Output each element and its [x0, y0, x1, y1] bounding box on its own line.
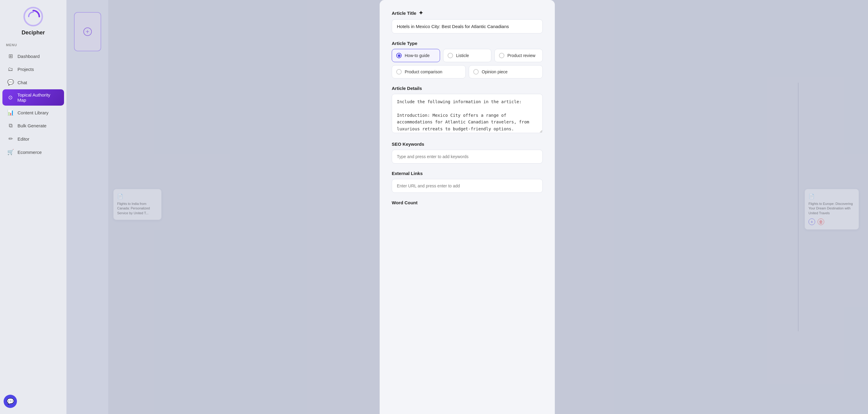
- sidebar-item-editor[interactable]: ✏ Editor: [2, 133, 64, 145]
- radio-dot-how-to: [398, 54, 401, 57]
- sidebar-item-projects[interactable]: 🗂 Projects: [2, 63, 64, 75]
- article-type-opinion-piece[interactable]: Opinion piece: [469, 65, 543, 78]
- editor-icon: ✏: [7, 136, 14, 142]
- radio-circle-product-review: [499, 53, 504, 58]
- sidebar-item-label: Bulk Generate: [18, 123, 46, 128]
- sidebar-item-topical-authority-map[interactable]: ⊙ Topical Authority Map: [2, 89, 64, 106]
- dashboard-icon: ⊞: [7, 53, 14, 60]
- sidebar-item-label: Topical Authority Map: [17, 92, 59, 103]
- article-details-textarea[interactable]: Include the following information in the…: [392, 94, 543, 133]
- sidebar-item-label: Dashboard: [18, 54, 39, 59]
- sidebar-item-chat[interactable]: 💬 Chat: [2, 76, 64, 89]
- sidebar-item-content-library[interactable]: 📊 Content Library: [2, 106, 64, 119]
- sidebar-item-bulk-generate[interactable]: ⧉ Bulk Generate: [2, 119, 64, 132]
- sidebar-item-label: Ecommerce: [18, 150, 42, 155]
- topical-authority-icon: ⊙: [7, 94, 13, 101]
- radio-circle-how-to: [396, 53, 402, 58]
- projects-icon: 🗂: [7, 66, 14, 72]
- sidebar-item-dashboard[interactable]: ⊞ Dashboard: [2, 50, 64, 63]
- chat-bubble-icon: 💬: [7, 398, 14, 405]
- radio-circle-opinion-piece: [473, 69, 479, 74]
- article-type-product-comparison[interactable]: Product comparison: [392, 65, 466, 78]
- article-type-product-comparison-label: Product comparison: [405, 69, 442, 74]
- seo-keywords-input[interactable]: [392, 150, 543, 164]
- menu-label: MENU: [0, 43, 17, 47]
- main-content: + 📄 Flights to India from Canada: Person…: [66, 0, 868, 414]
- article-type-grid-row2: Product comparison Opinion piece: [392, 65, 543, 78]
- article-type-label: Article Type: [392, 41, 543, 46]
- app-logo: [23, 6, 44, 27]
- seo-keywords-label: SEO Keywords: [392, 141, 543, 147]
- sparkle-icon: ✦: [418, 10, 423, 16]
- radio-circle-listicle: [447, 53, 453, 58]
- chat-icon: 💬: [7, 79, 14, 86]
- article-type-listicle-label: Listicle: [456, 53, 469, 58]
- article-type-product-review[interactable]: Product review: [494, 49, 543, 62]
- app-name: Decipher: [22, 30, 45, 36]
- external-links-input[interactable]: [392, 179, 543, 193]
- article-type-how-to-guide[interactable]: How-to guide: [392, 49, 440, 62]
- content-library-icon: 📊: [7, 109, 14, 116]
- radio-circle-product-comparison: [396, 69, 402, 74]
- article-title-input[interactable]: [392, 19, 543, 34]
- sidebar-item-label: Chat: [18, 80, 27, 85]
- ecommerce-icon: 🛒: [7, 149, 14, 156]
- external-links-label: External Links: [392, 171, 543, 176]
- article-title-label: Article Title ✦: [392, 10, 543, 16]
- article-type-how-to-label: How-to guide: [405, 53, 430, 58]
- article-details-label: Article Details: [392, 86, 543, 91]
- sidebar-item-ecommerce[interactable]: 🛒 Ecommerce: [2, 146, 64, 159]
- article-type-listicle[interactable]: Listicle: [443, 49, 491, 62]
- sidebar-item-label: Projects: [18, 67, 34, 72]
- sidebar-nav: ⊞ Dashboard 🗂 Projects 💬 Chat ⊙ Topical …: [0, 50, 66, 395]
- article-type-opinion-piece-label: Opinion piece: [482, 69, 508, 74]
- article-type-grid-row1: How-to guide Listicle Product review: [392, 49, 543, 62]
- word-count-label: Word Count: [392, 200, 543, 205]
- map-background: + 📄 Flights to India from Canada: Person…: [66, 0, 868, 414]
- sidebar: Decipher MENU ⊞ Dashboard 🗂 Projects 💬 C…: [0, 0, 66, 414]
- sidebar-item-label: Editor: [18, 136, 29, 141]
- article-type-product-review-label: Product review: [507, 53, 535, 58]
- chat-bubble-button[interactable]: 💬: [4, 395, 17, 408]
- sidebar-item-label: Content Library: [18, 110, 49, 115]
- article-type-section: Article Type How-to guide Listicle: [392, 41, 543, 78]
- modal-overlay: Article Title ✦ Article Type How-to guid…: [66, 0, 868, 414]
- bulk-generate-icon: ⧉: [7, 123, 14, 129]
- article-form-modal: Article Title ✦ Article Type How-to guid…: [380, 0, 555, 414]
